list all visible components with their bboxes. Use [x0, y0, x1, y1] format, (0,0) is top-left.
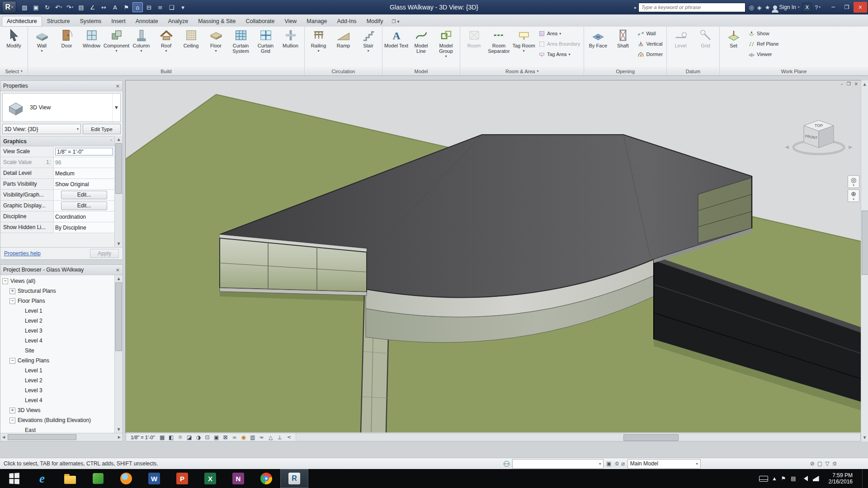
- word-icon[interactable]: W: [140, 469, 168, 488]
- viewer-button[interactable]: Viewer: [747, 50, 780, 59]
- tab-view[interactable]: View: [279, 16, 302, 27]
- lock-view-icon[interactable]: ⊠: [221, 434, 230, 441]
- model-line-button[interactable]: Model Line: [409, 28, 434, 67]
- scroll-up-icon[interactable]: ▲: [861, 80, 868, 88]
- workset-dropdown[interactable]: ▾: [512, 459, 604, 469]
- set-work-plane-button[interactable]: Set: [721, 28, 746, 67]
- tab-add-ins[interactable]: Add-Ins: [332, 16, 362, 27]
- default-3d-view-icon[interactable]: ⌂: [132, 2, 143, 12]
- door-button[interactable]: Door: [54, 28, 79, 67]
- model-group-button[interactable]: Model Group▾: [434, 28, 458, 67]
- press-drag-icon[interactable]: ▢: [817, 460, 822, 467]
- taskbar-clock[interactable]: 7:59 PM 2/16/2016: [824, 472, 857, 485]
- view-selector-combo[interactable]: 3D View: {3D} ▾: [2, 124, 81, 134]
- text-note-icon[interactable]: A: [110, 2, 120, 12]
- shaft-button[interactable]: Shaft: [610, 28, 635, 67]
- property-value[interactable]: Edit...: [54, 190, 114, 200]
- tag-icon[interactable]: ⚑: [121, 2, 132, 12]
- customize-qat-icon[interactable]: ▾: [178, 2, 188, 12]
- sign-in-button[interactable]: Sign In ▾: [773, 4, 799, 10]
- show-hidden-icons[interactable]: ▲: [773, 476, 776, 481]
- save-icon[interactable]: ▣: [31, 2, 41, 12]
- restore-button[interactable]: ❐: [840, 2, 854, 13]
- communication-center-icon[interactable]: ◈: [757, 4, 762, 11]
- editable-only-icon[interactable]: ▣: [606, 460, 611, 467]
- tree-ceiling-level-4[interactable]: Level 4: [0, 395, 114, 405]
- exchange-apps-icon[interactable]: X: [802, 3, 811, 12]
- tree-floor-level-3[interactable]: Level 3: [0, 326, 114, 336]
- measure-icon[interactable]: ∠: [87, 2, 98, 12]
- by-face-button[interactable]: By Face: [585, 28, 610, 67]
- apply-button[interactable]: Apply: [90, 249, 119, 258]
- close-icon[interactable]: ×: [116, 83, 120, 89]
- excel-icon[interactable]: X: [196, 469, 224, 488]
- tab-annotate[interactable]: Annotate: [131, 16, 163, 27]
- chevron-down-icon[interactable]: ▼: [112, 94, 120, 122]
- collapse-control-bar-icon[interactable]: <: [284, 434, 294, 440]
- properties-help-link[interactable]: Properties help: [4, 250, 41, 257]
- scroll-up-icon[interactable]: ▲: [117, 275, 120, 282]
- type-selector[interactable]: 3D View ▼: [2, 93, 121, 122]
- tree-ceiling-level-1[interactable]: Level 1: [0, 366, 114, 375]
- curtain-grid-button[interactable]: Curtain Grid: [253, 28, 278, 67]
- curtain-system-button[interactable]: Curtain System: [228, 28, 253, 67]
- design-options-icon[interactable]: ⧄: [621, 460, 625, 467]
- ribbon-state-toggle-icon[interactable]: ❒ ▾: [392, 19, 399, 27]
- window-button[interactable]: Window: [79, 28, 104, 67]
- scroll-down-icon[interactable]: ▼: [861, 434, 868, 441]
- revit-icon[interactable]: R: [280, 469, 308, 488]
- ref-plane-button[interactable]: Ref Plane: [747, 39, 780, 48]
- view-scale-label[interactable]: 1/8" = 1'-0": [128, 435, 158, 440]
- edit-type-button[interactable]: Edit Type: [83, 124, 121, 134]
- view-properties-icon[interactable]: ▥: [248, 434, 257, 441]
- sun-path-icon[interactable]: ☼: [176, 434, 185, 441]
- panel-label-select[interactable]: Select▾: [0, 67, 28, 75]
- aligned-dimension-icon[interactable]: ↔: [99, 2, 109, 12]
- view-close-button[interactable]: ×: [854, 81, 858, 86]
- search-icon[interactable]: ◎: [749, 4, 754, 11]
- shadows-icon[interactable]: ◪: [185, 434, 194, 441]
- undo-icon[interactable]: ↶▾: [53, 2, 64, 12]
- design-option-dropdown[interactable]: Main Model ▾: [627, 459, 701, 469]
- redo-icon[interactable]: ↷▾: [65, 2, 75, 12]
- thin-lines-icon[interactable]: ≡: [155, 2, 165, 12]
- storage-icon[interactable]: ▤: [791, 475, 796, 482]
- start-button[interactable]: [0, 469, 28, 488]
- tree-floor-level-2[interactable]: Level 2: [0, 316, 114, 326]
- area-button[interactable]: Area▾: [537, 29, 581, 38]
- scroll-down-icon[interactable]: ▼: [117, 240, 120, 247]
- minimize-button[interactable]: ─: [826, 2, 840, 13]
- vertical-scrollbar[interactable]: ▲ ▼: [861, 80, 868, 441]
- tree-3d-views[interactable]: + 3D Views: [0, 405, 114, 415]
- rendering-dialog-icon[interactable]: ◑: [194, 434, 203, 441]
- scroll-right-icon[interactable]: ▶: [116, 435, 123, 439]
- tree-floor-plans[interactable]: − Floor Plans: [0, 296, 114, 306]
- component-button[interactable]: Component▾: [104, 28, 129, 67]
- tree-toggle-icon[interactable]: +: [9, 408, 15, 413]
- section-icon[interactable]: ⊟: [144, 2, 154, 12]
- property-value[interactable]: Medium: [54, 168, 114, 178]
- switch-windows-icon[interactable]: ❏: [166, 2, 177, 12]
- steering-wheel-button[interactable]: ◎ ▾: [848, 175, 859, 188]
- grid-button[interactable]: Grid: [693, 28, 718, 67]
- chrome-icon[interactable]: [252, 469, 280, 488]
- view-restore-button[interactable]: ❐: [847, 81, 851, 86]
- browser-hscrollbar[interactable]: ◀ ▶: [0, 433, 123, 441]
- scrollbar-thumb[interactable]: [623, 434, 679, 441]
- print-icon[interactable]: ▤: [76, 2, 86, 12]
- wall-opening-button[interactable]: Wall: [636, 29, 664, 38]
- help-button[interactable]: ? ▾: [815, 4, 821, 11]
- detail-level-icon[interactable]: ▦: [158, 434, 167, 441]
- tab-manage[interactable]: Manage: [302, 16, 332, 27]
- favorites-icon[interactable]: ★: [765, 4, 770, 11]
- property-value[interactable]: 1/8" = 1'-0": [54, 146, 114, 157]
- mullion-button[interactable]: Mullion: [278, 28, 303, 67]
- tree-ceiling-level-3[interactable]: Level 3: [0, 385, 114, 395]
- browser-scrollbar[interactable]: ▲ ▼: [114, 275, 123, 433]
- model-text-button[interactable]: Model Text: [384, 28, 409, 67]
- tree-east[interactable]: East: [0, 425, 114, 433]
- network-icon[interactable]: [813, 476, 819, 481]
- zoom-button[interactable]: ⊕ ▾: [848, 189, 859, 202]
- railing-button[interactable]: Railing▾: [306, 28, 331, 67]
- tab-collaborate[interactable]: Collaborate: [241, 16, 280, 27]
